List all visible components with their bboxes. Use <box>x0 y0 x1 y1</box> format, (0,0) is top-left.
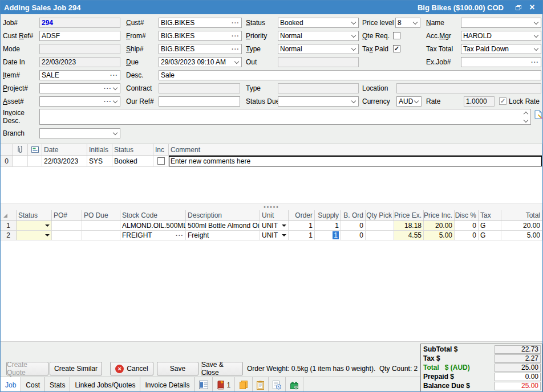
tab-linked-jobs-quotes[interactable]: Linked Jobs/Quotes <box>70 377 140 392</box>
our-ref-field[interactable] <box>159 96 240 107</box>
tab-cost[interactable]: Cost <box>21 377 45 392</box>
item2-supply-cell[interactable]: 1 <box>315 231 341 240</box>
asset-lookup-icon[interactable] <box>104 97 112 105</box>
attachment-column-header[interactable] <box>13 144 28 156</box>
item2-price-inc-cell[interactable]: 5.00 <box>424 231 455 240</box>
tab-stats[interactable]: Stats <box>45 377 70 392</box>
item2-price-ex-cell[interactable]: 4.55 <box>394 231 424 240</box>
item2-tax-cell[interactable]: G <box>479 231 501 240</box>
promotions-button[interactable] <box>286 377 303 392</box>
grid-splitter[interactable]: ••••• <box>1 203 542 210</box>
items-stock-code-header[interactable]: Stock Code <box>120 210 186 221</box>
supply-editor-selection[interactable]: 1 <box>333 231 339 239</box>
priority-combo[interactable]: Normal <box>278 31 359 41</box>
item1-stock-code-cell[interactable]: ALMOND.OIL.500ML <box>120 221 186 231</box>
item1-tax-cell[interactable]: G <box>479 221 501 231</box>
item2-qty-pick-cell[interactable] <box>366 231 394 240</box>
item2-po-due-cell[interactable] <box>82 231 120 240</box>
currency-dropdown-icon[interactable] <box>414 98 419 103</box>
type-dropdown-icon[interactable] <box>351 46 356 50</box>
status-due-dropdown-icon[interactable] <box>351 98 356 103</box>
history-button[interactable] <box>269 377 286 392</box>
tax-paid-checkbox[interactable] <box>393 45 400 52</box>
tab-invoice-details[interactable]: Invoice Details <box>140 377 194 392</box>
status-due-combo[interactable] <box>278 96 359 107</box>
comment-date-cell[interactable]: 22/03/2023 <box>42 156 87 167</box>
item1-qty-pick-cell[interactable] <box>366 221 394 231</box>
comments-inc-header[interactable]: Inc <box>153 144 169 156</box>
item2-b-ord-cell[interactable]: 0 <box>341 231 366 240</box>
invoice-desc-spinner[interactable] <box>522 111 529 123</box>
price-level-combo[interactable]: 8 <box>395 18 420 28</box>
desc-field[interactable]: Sale <box>159 70 541 80</box>
asset-dropdown-icon[interactable] <box>113 98 117 103</box>
restore-button[interactable] <box>512 2 525 13</box>
item1-price-ex-cell[interactable]: 18.18 <box>394 221 424 231</box>
items-unit-header[interactable]: Unit <box>260 210 289 221</box>
edit-note-icon[interactable] <box>534 110 542 119</box>
report-view-button[interactable] <box>195 377 213 392</box>
items-po-header[interactable]: PO# <box>52 210 82 221</box>
prepaid-value-field[interactable]: 0.00 <box>495 373 541 381</box>
project-dropdown-icon[interactable] <box>113 85 117 89</box>
cust-lookup-icon[interactable] <box>232 19 240 27</box>
cust-ref-field[interactable]: ADSF <box>39 31 120 41</box>
from-field[interactable]: BIG.BIKES <box>159 31 242 41</box>
project-combo[interactable] <box>39 83 120 93</box>
copy-button[interactable] <box>235 377 253 392</box>
status-combo[interactable]: Booked <box>278 18 359 28</box>
save-close-button[interactable]: Save & Close <box>201 362 243 375</box>
unit-cell-dropdown-icon[interactable] <box>282 224 286 227</box>
item2-stock-code-cell[interactable]: FREIGHT <box>120 231 186 240</box>
comments-comment-header[interactable]: Comment <box>169 144 542 156</box>
items-po-due-header[interactable]: PO Due <box>82 210 120 221</box>
status-dropdown-icon[interactable] <box>351 19 356 24</box>
priority-dropdown-icon[interactable] <box>351 32 356 37</box>
item-lookup-icon[interactable] <box>110 71 118 79</box>
project-lookup-icon[interactable] <box>104 84 112 92</box>
item1-supply-cell[interactable]: 1 <box>315 221 341 231</box>
asset-combo[interactable] <box>39 96 120 107</box>
ship-lookup-icon[interactable] <box>232 45 240 53</box>
items-price-ex-header[interactable]: Price Ex. <box>394 210 424 221</box>
acc-mgr-dropdown-icon[interactable] <box>534 32 538 37</box>
items-qty-pick-header[interactable]: Qty Pick <box>366 210 394 221</box>
comment-cell[interactable]: Enter new comments here <box>169 156 542 167</box>
item2-po-cell[interactable] <box>52 231 82 240</box>
ship-field[interactable]: BIG.BIKES <box>159 44 242 54</box>
item1-po-due-cell[interactable] <box>82 221 120 231</box>
invoice-desc-field[interactable] <box>39 109 531 125</box>
cust-field[interactable]: BIG.BIKES <box>159 18 242 28</box>
items-tax-header[interactable]: Tax <box>479 210 501 221</box>
memo-column-header[interactable] <box>28 144 42 156</box>
item1-po-cell[interactable] <box>52 221 82 231</box>
price-level-dropdown-icon[interactable] <box>413 19 418 24</box>
item-field[interactable]: SALE <box>39 70 120 80</box>
comment-status-cell[interactable]: Booked <box>112 156 153 167</box>
comment-initials-cell[interactable]: SYS <box>87 156 112 167</box>
item1-b-ord-cell[interactable]: 0 <box>341 221 366 231</box>
item1-description-cell[interactable]: 500ml Bottle Almond Oil <box>186 221 260 231</box>
unit-cell-dropdown-icon[interactable] <box>282 234 286 236</box>
qte-req-checkbox[interactable] <box>393 32 400 39</box>
items-status-header[interactable]: Status <box>17 210 52 221</box>
item1-order-cell[interactable]: 1 <box>289 221 315 231</box>
name-combo[interactable] <box>461 18 541 28</box>
save-button[interactable]: Save <box>157 362 198 375</box>
item1-disc-cell[interactable]: 0 <box>455 221 479 231</box>
item1-price-inc-cell[interactable]: 20.00 <box>424 221 455 231</box>
inc-checkbox[interactable] <box>157 157 165 165</box>
branch-combo[interactable] <box>39 128 120 138</box>
labels-button[interactable]: 1 <box>213 377 236 392</box>
name-dropdown-icon[interactable] <box>534 19 538 24</box>
acc-mgr-combo[interactable]: HAROLD <box>461 31 541 41</box>
item2-unit-cell[interactable]: UNIT <box>260 231 289 240</box>
item2-status-cell[interactable] <box>17 231 52 240</box>
item2-disc-cell[interactable]: 0 <box>455 231 479 240</box>
from-lookup-icon[interactable] <box>232 32 240 40</box>
comments-status-header[interactable]: Status <box>112 144 153 156</box>
due-datetime-field[interactable]: 29/03/2023 09:10 AM <box>159 57 242 67</box>
items-b-ord-header[interactable]: B. Ord <box>341 210 366 221</box>
items-description-header[interactable]: Description <box>186 210 260 221</box>
currency-combo[interactable]: AUD <box>396 96 422 107</box>
